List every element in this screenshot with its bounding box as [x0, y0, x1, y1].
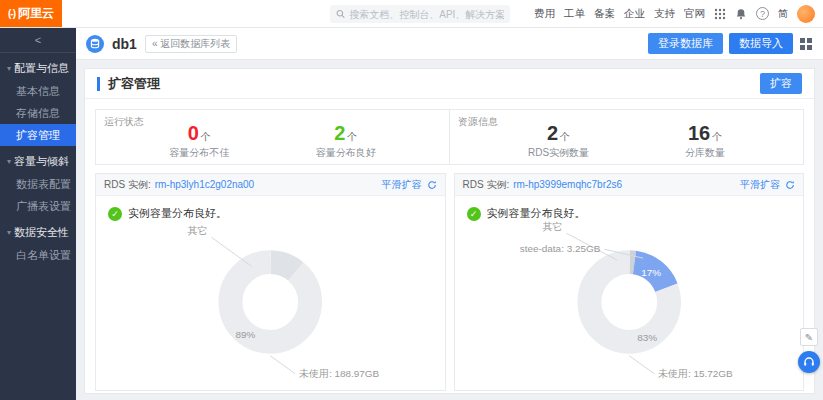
sidebar-item-broadcast-table[interactable]: 广播表设置 — [0, 195, 76, 217]
aliyun-logo-text: 阿里云 — [18, 5, 54, 22]
sidebar-group-capacity[interactable]: ▾ 容量与倾斜 — [0, 146, 76, 173]
search-icon — [336, 9, 345, 19]
aliyun-logo-icon: (-) — [8, 8, 15, 19]
rds-instance-card: RDS 实例: rm-hp3lyh1c2g02na00 平滑扩容 ✓ 实例容量分… — [95, 173, 446, 391]
smooth-scale-out-link[interactable]: 平滑扩容 — [740, 178, 780, 192]
refresh-icon[interactable] — [427, 180, 437, 190]
caret-down-icon: ▾ — [7, 157, 11, 166]
card-body: ✓ 实例容量分布良好。 其它 stee-data: 3.25GB 17% 83%… — [455, 196, 804, 390]
back-to-db-list-link[interactable]: « 返回数据库列表 — [145, 35, 237, 53]
caret-down-icon: ▾ — [7, 64, 11, 73]
stats-strip: 运行状态 0个 容量分布不佳 2个 容量分布良好 资源信息 2个 RDS实例数量 — [95, 109, 804, 165]
topbar-link-tickets[interactable]: 工单 — [564, 7, 585, 21]
resource-info-stats: 2个 RDS实例数量 16个 分库数量 — [450, 110, 803, 164]
customer-support-icon[interactable] — [798, 351, 820, 373]
donut-label-slice: stee-data: 3.25GB — [519, 243, 600, 254]
help-icon[interactable]: ? — [756, 7, 769, 20]
sidebar-item-scale-out[interactable]: 扩容管理 — [0, 124, 76, 146]
sidebar-group-config-info[interactable]: ▾ 配置与信息 — [0, 53, 76, 80]
run-status-title: 运行状态 — [104, 115, 144, 129]
topbar-link-icp[interactable]: 备案 — [594, 7, 615, 21]
stat-shard-count: 16个 分库数量 — [685, 123, 725, 160]
run-status-box: 运行状态 0个 容量分布不佳 2个 容量分布良好 — [96, 110, 449, 164]
topbar-right: 费用 工单 备案 企业 支持 官网 ? 简 — [534, 5, 823, 23]
expand-button[interactable]: 扩容 — [760, 73, 802, 94]
language-toggle[interactable]: 简 — [778, 7, 788, 21]
donut-percent-label: 83% — [637, 332, 657, 343]
instance-id-link[interactable]: rm-hp3lyh1c2g02na00 — [155, 179, 255, 190]
run-status-stats: 0个 容量分布不佳 2个 容量分布良好 — [96, 110, 449, 164]
topbar-link-enterprise[interactable]: 企业 — [624, 7, 645, 21]
card-header: RDS 实例: rm-hp3999emqhc7br2s6 平滑扩容 — [455, 174, 804, 196]
sidebar-item-whitelist[interactable]: 白名单设置 — [0, 244, 76, 266]
stat-label: 容量分布不佳 — [169, 146, 229, 160]
stat-rds-count: 2个 RDS实例数量 — [528, 123, 589, 160]
stat-label: RDS实例数量 — [528, 146, 589, 160]
db-name: db1 — [112, 36, 137, 52]
stat-label: 容量分布良好 — [316, 146, 376, 160]
sidebar-item-basic-info[interactable]: 基本信息 — [0, 80, 76, 102]
headset-icon — [803, 356, 815, 368]
topbar-link-billing[interactable]: 费用 — [534, 7, 555, 21]
donut-percent-slice-label: 17% — [641, 267, 661, 278]
callout-line — [270, 356, 295, 374]
user-avatar[interactable] — [797, 5, 815, 23]
stat-bad-distribution: 0个 容量分布不佳 — [169, 123, 229, 160]
stat-unit: 个 — [560, 131, 570, 142]
database-icon — [86, 35, 104, 53]
sidebar-group-data-security[interactable]: ▾ 数据安全性 — [0, 217, 76, 244]
card-actions: 平滑扩容 — [382, 178, 437, 192]
topbar-link-website[interactable]: 官网 — [684, 7, 705, 21]
aliyun-logo[interactable]: (-) 阿里云 — [0, 0, 62, 27]
card-actions: 平滑扩容 — [740, 178, 795, 192]
callout-line — [212, 237, 252, 266]
app-grid-icon[interactable] — [714, 8, 726, 20]
title-accent-bar — [97, 77, 100, 91]
stat-unit: 个 — [201, 131, 211, 142]
instance-cards: RDS 实例: rm-hp3lyh1c2g02na00 平滑扩容 ✓ 实例容量分… — [95, 173, 804, 391]
db-header-actions: 登录数据库 数据导入 — [648, 33, 813, 54]
sidebar-item-storage-info[interactable]: 存储信息 — [0, 102, 76, 124]
topbar-link-support[interactable]: 支持 — [654, 7, 675, 21]
rds-instance-card: RDS 实例: rm-hp3999emqhc7br2s6 平滑扩容 ✓ 实例容量… — [454, 173, 805, 391]
stat-value: 16 — [688, 122, 710, 144]
sidebar: < ▾ 配置与信息 基本信息 存储信息 扩容管理 ▾ 容量与倾斜 数据表配置 广… — [0, 28, 76, 400]
smooth-scale-out-link[interactable]: 平滑扩容 — [382, 178, 422, 192]
stat-value: 0 — [188, 122, 199, 144]
login-database-button[interactable]: 登录数据库 — [648, 33, 723, 54]
sidebar-item-table-config[interactable]: 数据表配置 — [0, 173, 76, 195]
scale-out-panel: 扩容管理 扩容 运行状态 0个 容量分布不佳 2个 容量分布良好 资源信息 2个 — [84, 68, 815, 394]
card-body: ✓ 实例容量分布良好。 其它 89% 未使用: 188.97GB — [96, 196, 445, 390]
floating-widgets: ✎ — [798, 328, 820, 373]
capacity-donut-chart: 其它 stee-data: 3.25GB 17% 83% 未使用: 15.72G… — [455, 216, 804, 388]
search-input[interactable] — [349, 9, 504, 20]
more-apps-grid-icon[interactable] — [799, 37, 813, 51]
feedback-icon[interactable]: ✎ — [800, 328, 818, 346]
sidebar-collapse-button[interactable]: < — [0, 28, 76, 53]
capacity-donut-chart: 其它 89% 未使用: 188.97GB — [96, 216, 445, 388]
stat-unit: 个 — [347, 131, 357, 142]
donut-label-other: 其它 — [542, 221, 562, 232]
donut-label-unused: 未使用: 15.72GB — [657, 368, 733, 379]
console-page: { "colors": { "brand_orange": "#ff6a00",… — [0, 0, 823, 400]
instance-label: RDS 实例: — [104, 178, 151, 192]
sidebar-group-label: 数据安全性 — [14, 225, 69, 240]
stat-unit: 个 — [712, 131, 722, 142]
topbar: (-) 阿里云 费用 工单 备案 企业 支持 官网 ? 简 — [0, 0, 823, 28]
bell-icon[interactable] — [735, 8, 747, 20]
data-import-button[interactable]: 数据导入 — [729, 33, 793, 54]
donut-label-unused: 未使用: 188.97GB — [298, 368, 379, 379]
caret-down-icon: ▾ — [7, 228, 11, 237]
page-title: 扩容管理 — [108, 75, 160, 93]
sidebar-group-label: 容量与倾斜 — [14, 154, 69, 169]
resource-info-title: 资源信息 — [458, 115, 498, 129]
donut-percent-label: 89% — [235, 329, 255, 340]
db-header: db1 « 返回数据库列表 登录数据库 数据导入 — [76, 28, 823, 60]
refresh-icon[interactable] — [785, 180, 795, 190]
instance-label: RDS 实例: — [463, 178, 510, 192]
card-header: RDS 实例: rm-hp3lyh1c2g02na00 平滑扩容 — [96, 174, 445, 196]
stat-good-distribution: 2个 容量分布良好 — [316, 123, 376, 160]
instance-id-link[interactable]: rm-hp3999emqhc7br2s6 — [513, 179, 622, 190]
stat-label: 分库数量 — [685, 146, 725, 160]
panel-header: 扩容管理 扩容 — [85, 69, 814, 99]
